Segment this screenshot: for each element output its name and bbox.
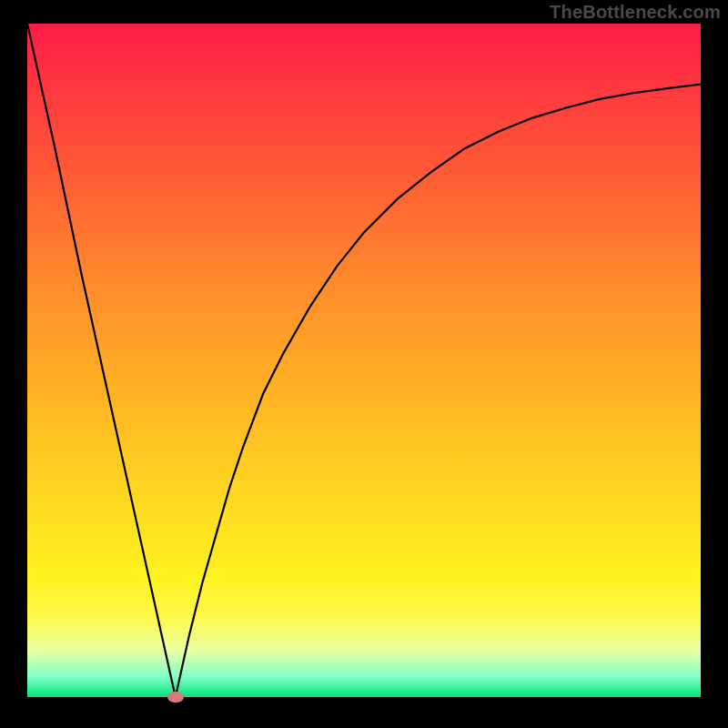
plot-area	[27, 24, 701, 697]
bottleneck-curve	[27, 24, 701, 697]
optimal-point-marker	[167, 692, 184, 703]
chart-frame: TheBottleneck.com	[0, 0, 728, 728]
watermark-text: TheBottleneck.com	[550, 2, 721, 23]
curve-svg	[27, 24, 701, 697]
x-axis-baseline	[27, 697, 701, 698]
